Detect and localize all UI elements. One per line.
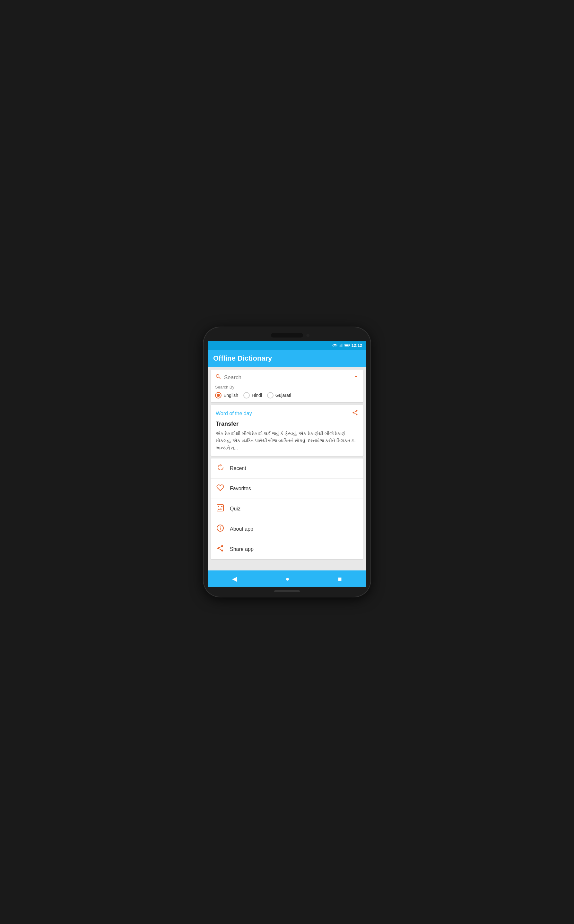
svg-text:AB: AB — [218, 508, 222, 511]
share-icon — [216, 544, 225, 554]
phone-speaker — [271, 333, 303, 338]
recent-icon — [216, 464, 225, 473]
status-time: 12:12 — [352, 343, 362, 348]
radio-option-gujarati[interactable]: Gujarati — [267, 392, 291, 399]
nav-back-button[interactable]: ◀ — [226, 572, 243, 585]
status-bar: 12:12 — [208, 341, 366, 350]
word-of-the-day-card: Word of the day Transfer એક ઠેકાણેથી બીજ… — [211, 405, 363, 456]
wotd-definition: એક ઠેકાણેથી બીજે ઠેકાણે લઈ જવું કે ફેરવવ… — [216, 430, 358, 451]
svg-rect-3 — [342, 344, 342, 347]
bottom-nav: ◀ ● ■ — [208, 570, 366, 587]
menu-label-favorites: Favorites — [230, 486, 251, 492]
signal-icon — [339, 343, 343, 347]
svg-rect-0 — [339, 346, 339, 347]
wotd-header: Word of the day — [216, 409, 358, 417]
phone-device: 12:12 Offline Dictionary — [203, 327, 371, 597]
menu-item-favorites[interactable]: Favorites — [211, 479, 363, 499]
svg-point-8 — [218, 506, 219, 507]
svg-rect-1 — [340, 345, 340, 347]
status-icons: 12:12 — [332, 343, 362, 348]
info-icon — [216, 524, 225, 534]
radio-english[interactable] — [215, 392, 221, 399]
menu-label-recent: Recent — [230, 465, 246, 471]
svg-rect-6 — [350, 345, 350, 346]
radio-option-hindi[interactable]: Hindi — [243, 392, 262, 399]
app-bar: Offline Dictionary — [208, 350, 366, 367]
wotd-share-icon[interactable] — [352, 409, 358, 417]
radio-group: English Hindi Gujarati — [215, 392, 359, 399]
search-input[interactable] — [224, 374, 350, 381]
svg-point-9 — [221, 506, 222, 507]
radio-option-english[interactable]: English — [215, 392, 238, 399]
radio-gujarati[interactable] — [267, 392, 273, 399]
phone-screen: 12:12 Offline Dictionary — [208, 341, 366, 587]
radio-hindi[interactable] — [243, 392, 250, 399]
svg-rect-5 — [345, 344, 348, 346]
nav-recent-button[interactable]: ■ — [331, 573, 348, 585]
wotd-word: Transfer — [216, 421, 358, 427]
wotd-section-title: Word of the day — [216, 411, 252, 416]
menu-label-quiz: Quiz — [230, 506, 240, 512]
menu-label-about: About app — [230, 526, 253, 532]
menu-item-recent[interactable]: Recent — [211, 459, 363, 479]
menu-item-quiz[interactable]: AB Quiz — [211, 499, 363, 519]
main-content: Search By English Hindi Gujarati — [208, 367, 366, 570]
menu-label-share: Share app — [230, 546, 254, 552]
wifi-icon — [332, 343, 337, 347]
content-spacer — [211, 562, 363, 568]
search-card: Search By English Hindi Gujarati — [211, 369, 363, 402]
svg-rect-2 — [341, 344, 341, 347]
dropdown-arrow-icon[interactable] — [353, 374, 359, 381]
phone-home-bar — [274, 590, 300, 592]
quiz-icon: AB — [216, 504, 225, 514]
menu-item-about[interactable]: About app — [211, 519, 363, 539]
menu-item-share[interactable]: Share app — [211, 539, 363, 559]
nav-home-button[interactable]: ● — [279, 573, 296, 585]
search-by-label: Search By — [215, 385, 359, 390]
search-icon — [215, 374, 221, 382]
menu-card: Recent Favorites — [211, 459, 363, 559]
radio-label-hindi: Hindi — [252, 393, 262, 398]
search-row — [215, 374, 359, 382]
radio-label-gujarati: Gujarati — [276, 393, 291, 398]
battery-icon — [344, 343, 350, 347]
heart-icon — [216, 484, 225, 493]
radio-label-english: English — [224, 393, 238, 398]
app-title: Offline Dictionary — [213, 354, 361, 363]
